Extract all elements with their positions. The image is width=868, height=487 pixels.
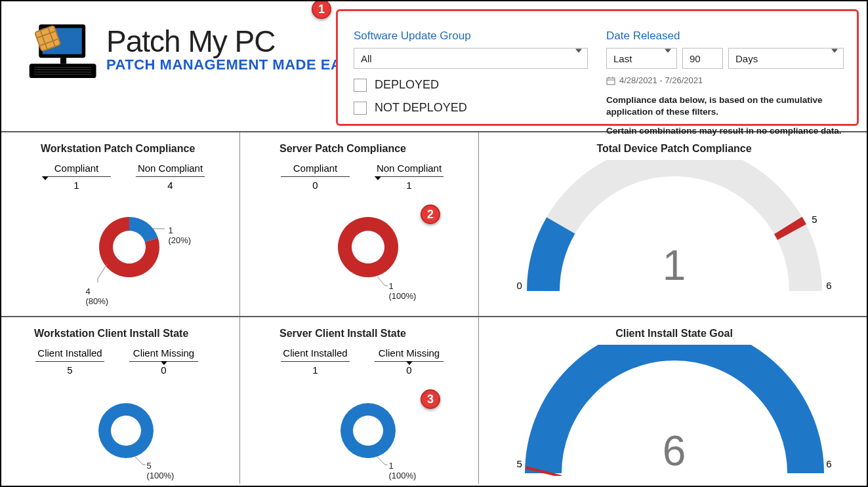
gauge-value: 1 (663, 241, 686, 290)
slice-label: 1 (100%) (389, 281, 421, 301)
legend-header: Non Compliant (377, 163, 442, 174)
scale-max: 6 (826, 280, 831, 291)
workstation-patch-compliance-tile: Workstation Patch Compliance Compliant 1… (1, 132, 240, 316)
tile-title: Server Client Install State (279, 328, 469, 340)
logo-icon (21, 20, 100, 85)
chevron-down-icon (665, 53, 671, 64)
date-released-filter: Date Released Last 90 Days (606, 29, 844, 136)
donut-chart[interactable]: 1 (20%) 44(80%) (90, 203, 182, 288)
tile-title: Client Install State Goal (491, 328, 858, 340)
not-deployed-checkbox[interactable]: NOT DEPLOYED (354, 101, 588, 115)
number-value: 90 (690, 53, 701, 64)
legend-value: 0 (375, 364, 444, 376)
callout-marker: 1 (312, 0, 331, 19)
workstation-client-install-state-tile: Workstation Client Install State Client … (1, 317, 240, 484)
date-unit-select[interactable]: Days (728, 48, 844, 69)
svg-point-20 (111, 416, 141, 446)
tile-title: Server Patch Compliance (279, 143, 469, 155)
legend-value: 0 (129, 364, 198, 376)
legend-header: Client Missing (133, 347, 194, 359)
donut-chart[interactable]: 1 (100%) (329, 387, 421, 473)
svg-rect-3 (30, 64, 96, 78)
gauge-chart[interactable]: 0 6 5 1 (517, 160, 832, 291)
svg-rect-2 (60, 58, 66, 64)
slice-label: 1 (100%) (389, 461, 421, 480)
unit-value: Days (735, 53, 758, 64)
donut-chart[interactable]: 5 (100%) (87, 387, 178, 473)
checkbox-icon (354, 102, 367, 115)
legend-header: Non Compliant (138, 163, 203, 174)
legend-header: Client Missing (379, 347, 440, 359)
deployed-checkbox[interactable]: DEPLOYED (354, 78, 588, 92)
sug-select[interactable]: All (354, 48, 588, 69)
legend-value: 4 (136, 180, 205, 191)
legend-value: 1 (281, 364, 350, 376)
total-device-patch-compliance-tile: Total Device Patch Compliance 0 6 5 1 (479, 132, 867, 316)
date-range-value: 4/28/2021 - 7/26/2021 (619, 75, 703, 85)
chevron-down-icon (831, 53, 838, 64)
slice-label: 44(80%) (86, 286, 109, 306)
tile-title: Total Device Patch Compliance (491, 143, 858, 155)
date-period-select[interactable]: Last (606, 48, 677, 69)
client-install-state-goal-tile: Client Install State Goal 5 6 6 (479, 317, 867, 484)
date-released-label: Date Released (606, 29, 844, 43)
filter-info-text: Compliance data below, is based on the c… (606, 94, 844, 118)
checkbox-icon (354, 79, 367, 92)
filters-panel: 1 Software Update Group All DEPLOYED NOT… (336, 9, 859, 126)
legend-value: 1 (375, 180, 444, 191)
software-update-group-filter: Software Update Group All DEPLOYED NOT D… (354, 29, 588, 136)
calendar-icon (606, 76, 615, 85)
chevron-down-icon (575, 53, 582, 64)
date-range-display: 4/28/2021 - 7/26/2021 (606, 75, 844, 85)
legend-value: 1 (42, 180, 111, 191)
brand-name: Patch My PC (106, 24, 362, 59)
legend-value: 0 (281, 180, 350, 191)
legend-header: Client Installed (37, 347, 102, 359)
period-value: Last (613, 53, 632, 64)
brand-logo-block: Patch My PC PATCH MANAGEMENT MADE EASY (1, 1, 336, 131)
scale-min: 0 (517, 280, 522, 291)
date-number-input[interactable]: 90 (682, 48, 723, 69)
sug-value: All (361, 53, 372, 64)
slice-label: 1 (20%) (169, 225, 192, 245)
svg-rect-13 (607, 78, 615, 85)
gauge-value: 6 (663, 427, 686, 475)
scale-min: 5 (517, 458, 522, 469)
scale-max: 6 (826, 458, 831, 469)
legend-header: Client Installed (283, 347, 347, 359)
svg-point-22 (353, 416, 383, 446)
brand-tagline: PATCH MANAGEMENT MADE EASY (106, 56, 362, 73)
slice-label: 5 (100%) (147, 461, 178, 480)
legend-value: 5 (35, 364, 104, 376)
server-patch-compliance-tile: 2 Server Patch Compliance Compliant 0 No… (240, 132, 479, 316)
deployed-label: DEPLOYED (375, 78, 439, 92)
tick-label: 5 (812, 214, 817, 225)
tile-title: Workstation Client Install State (34, 328, 230, 340)
legend-header: Compliant (293, 163, 338, 174)
not-deployed-label: NOT DEPLOYED (375, 101, 467, 115)
server-client-install-state-tile: 3 Server Client Install State Client Ins… (240, 317, 479, 484)
tile-title: Workstation Patch Compliance (41, 143, 230, 155)
legend-header: Compliant (54, 163, 99, 174)
gauge-chart[interactable]: 5 6 6 (517, 345, 832, 469)
donut-chart[interactable]: 1 (100%) (329, 203, 421, 288)
svg-point-18 (352, 231, 384, 263)
sug-label: Software Update Group (354, 29, 588, 43)
